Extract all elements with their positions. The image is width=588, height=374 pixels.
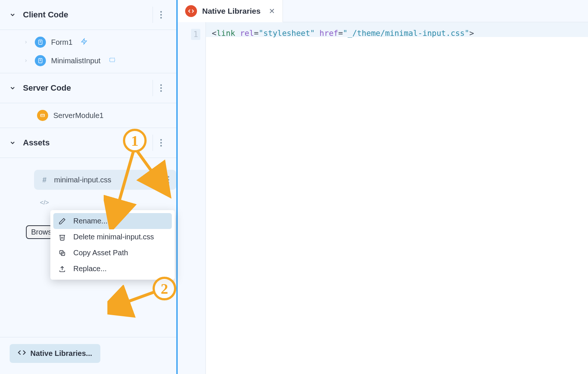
- section-title: Client Code: [23, 10, 153, 20]
- tab-label: Native Libraries: [202, 7, 261, 16]
- code-tab-icon: [185, 5, 197, 17]
- gutter: 1: [178, 22, 206, 374]
- svg-marker-6: [81, 39, 87, 44]
- annotation-arrow-2: [107, 285, 167, 322]
- browse-button[interactable]: Brows: [26, 225, 53, 239]
- bottom-bar: Native Libraries...: [0, 337, 176, 374]
- kebab-icon[interactable]: [153, 80, 169, 96]
- annotation-2: 2: [153, 277, 176, 300]
- menu-item-replace[interactable]: Replace...: [53, 261, 172, 277]
- asset-item-minimal-input-css[interactable]: # minimal-input.css: [34, 170, 176, 190]
- svg-point-16: [160, 139, 161, 141]
- tree-item-label: ServerModule1: [53, 111, 104, 120]
- svg-point-12: [160, 87, 161, 89]
- close-icon[interactable]: ✕: [269, 7, 275, 16]
- tab-native-libraries[interactable]: Native Libraries ✕: [178, 0, 283, 22]
- svg-point-11: [160, 84, 161, 86]
- chevron-down-icon: [7, 10, 18, 20]
- context-menu: Rename... Delete minimal-input.css Copy …: [50, 210, 175, 280]
- native-libraries-button[interactable]: Native Libraries...: [10, 344, 100, 363]
- svg-point-2: [160, 17, 161, 18]
- layout-icon: [108, 56, 116, 65]
- tabbar: Native Libraries ✕: [178, 0, 588, 22]
- chevron-down-icon: [7, 138, 18, 148]
- tree-item-label: MinimalistInput: [51, 57, 100, 65]
- native-libraries-label: Native Libraries...: [30, 349, 92, 358]
- bolt-icon: [81, 38, 87, 46]
- svg-point-18: [160, 145, 161, 146]
- kebab-icon[interactable]: [160, 170, 176, 190]
- tree-item-form1[interactable]: Form1: [0, 33, 176, 51]
- tree-item-label: Form1: [51, 38, 73, 47]
- asset-item-hidden[interactable]: </>: [34, 193, 176, 212]
- sidebar: Client Code Form1 MinimalistInput: [0, 0, 178, 374]
- form-icon: [35, 55, 46, 66]
- chevron-down-icon: [7, 83, 18, 93]
- section-header-assets[interactable]: Assets: [0, 128, 176, 158]
- client-code-body: Form1 MinimalistInput: [0, 30, 176, 73]
- section-title: Assets: [23, 138, 153, 148]
- svg-line-27: [113, 292, 154, 307]
- editor: Native Libraries ✕ 1 <link rel="styleshe…: [178, 0, 588, 374]
- trash-icon: [58, 233, 67, 241]
- hash-icon: #: [39, 176, 50, 184]
- form-icon: [35, 37, 46, 48]
- code-area[interactable]: 1 <link rel="stylesheet" href="_/theme/m…: [178, 22, 588, 374]
- section-title: Server Code: [23, 83, 153, 93]
- kebab-icon[interactable]: [153, 7, 169, 23]
- pencil-icon: [58, 218, 67, 225]
- copy-icon: [58, 249, 67, 257]
- menu-item-label: Rename...: [73, 217, 107, 225]
- menu-item-label: Replace...: [73, 265, 107, 273]
- section-header-server-code[interactable]: Server Code: [0, 73, 176, 103]
- code-icon: </>: [39, 199, 50, 206]
- tree-item-servermodule1[interactable]: ServerModule1: [0, 106, 176, 125]
- line-number: 1: [191, 29, 200, 40]
- kebab-icon[interactable]: [153, 135, 169, 151]
- asset-label: minimal-input.css: [50, 176, 160, 184]
- menu-item-delete[interactable]: Delete minimal-input.css: [53, 229, 172, 245]
- chevron-right-icon: [22, 40, 30, 44]
- code-line-1: <link rel="stylesheet" href="_/theme/min…: [206, 22, 588, 37]
- module-icon: [37, 110, 48, 121]
- svg-rect-10: [110, 58, 115, 62]
- section-header-client-code[interactable]: Client Code: [0, 0, 176, 30]
- svg-point-13: [160, 90, 161, 92]
- menu-item-label: Copy Asset Path: [73, 249, 128, 257]
- menu-item-label: Delete minimal-input.css: [73, 233, 154, 241]
- svg-point-19: [167, 176, 169, 178]
- chevron-right-icon: [22, 58, 30, 63]
- svg-point-20: [167, 179, 169, 181]
- menu-item-rename[interactable]: Rename...: [53, 213, 172, 229]
- tree-item-minimalistinput[interactable]: MinimalistInput: [0, 51, 176, 70]
- svg-point-21: [167, 182, 169, 183]
- svg-point-1: [160, 14, 161, 16]
- svg-point-0: [160, 11, 161, 13]
- svg-point-17: [160, 142, 161, 144]
- upload-icon: [58, 265, 67, 273]
- code-icon: [18, 348, 26, 358]
- server-code-body: ServerModule1: [0, 103, 176, 128]
- menu-item-copy-path[interactable]: Copy Asset Path: [53, 245, 172, 261]
